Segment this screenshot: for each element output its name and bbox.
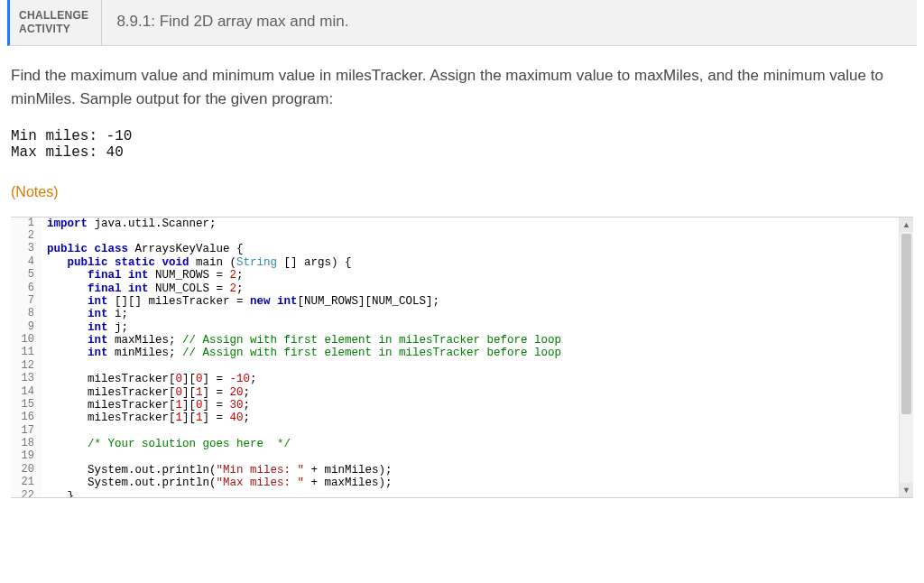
line-number: 16 — [11, 412, 42, 424]
sample-output: Min miles: -10 Max miles: 40 — [11, 128, 913, 161]
code-line: 15 milesTracker[1][0] = 30; — [11, 399, 899, 412]
code-cell[interactable]: System.out.println("Min miles: " + minMi… — [42, 464, 899, 477]
line-number: 5 — [11, 269, 42, 282]
code-line: 20 System.out.println("Min miles: " + mi… — [11, 464, 899, 477]
line-number: 18 — [11, 438, 42, 450]
code-line: 22 } — [11, 490, 899, 497]
code-cell[interactable]: /* Your solution goes here */ — [42, 438, 899, 450]
code-cell[interactable]: final int NUM_COLS = 2; — [42, 282, 899, 295]
line-number: 6 — [11, 282, 42, 295]
code-line: 18 /* Your solution goes here */ — [11, 438, 899, 450]
code-line: 7 int [][] milesTracker = new int[NUM_RO… — [11, 295, 899, 308]
scroll-up-button[interactable]: ▲ — [900, 217, 913, 232]
code-cell[interactable]: import java.util.Scanner; — [42, 217, 899, 230]
line-number: 19 — [11, 450, 42, 463]
line-number: 11 — [11, 347, 42, 359]
scroll-down-button[interactable]: ▼ — [900, 483, 913, 497]
challenge-header: CHALLENGE ACTIVITY 8.9.1: Find 2D array … — [7, 0, 917, 46]
code-line: 4 public static void main (String [] arg… — [11, 256, 899, 269]
code-line: 6 final int NUM_COLS = 2; — [11, 282, 899, 295]
code-line: 3public class ArraysKeyValue { — [11, 243, 899, 255]
code-line: 8 int i; — [11, 308, 899, 320]
line-number: 9 — [11, 321, 42, 334]
code-line: 5 final int NUM_ROWS = 2; — [11, 269, 899, 282]
code-line: 11 int minMiles; // Assign with first el… — [11, 347, 899, 359]
code-line: 1import java.util.Scanner; — [11, 217, 899, 230]
line-number: 8 — [11, 308, 42, 320]
scrollbar[interactable]: ▲ ▼ — [899, 217, 913, 497]
code-line: 9 int j; — [11, 321, 899, 334]
code-cell[interactable]: milesTracker[1][1] = 40; — [42, 412, 899, 424]
code-cell[interactable]: int [][] milesTracker = new int[NUM_ROWS… — [42, 295, 899, 308]
line-number: 17 — [11, 425, 42, 438]
line-number: 15 — [11, 399, 42, 412]
code-line: 13 milesTracker[0][0] = -10; — [11, 373, 899, 385]
code-cell[interactable]: System.out.println("Max miles: " + maxMi… — [42, 477, 899, 489]
code-cell[interactable]: public class ArraysKeyValue { — [42, 243, 899, 255]
code-line: 17 — [11, 425, 899, 438]
line-number: 3 — [11, 243, 42, 255]
challenge-label: CHALLENGE ACTIVITY — [10, 0, 101, 45]
code-cell[interactable] — [42, 230, 899, 243]
code-cell[interactable]: final int NUM_ROWS = 2; — [42, 269, 899, 282]
line-number: 10 — [11, 334, 42, 347]
challenge-label-line2: ACTIVITY — [19, 23, 88, 36]
code-line: 2 — [11, 230, 899, 243]
code-cell[interactable]: int i; — [42, 308, 899, 320]
line-number: 13 — [11, 373, 42, 385]
code-line: 14 milesTracker[0][1] = 20; — [11, 386, 899, 399]
line-number: 4 — [11, 256, 42, 269]
scroll-thumb[interactable] — [901, 234, 911, 414]
line-number: 21 — [11, 477, 42, 489]
code-cell[interactable]: int maxMiles; // Assign with first eleme… — [42, 334, 899, 347]
challenge-title: 8.9.1: Find 2D array max and min. — [102, 0, 363, 45]
code-cell[interactable]: public static void main (String [] args)… — [42, 256, 899, 269]
line-number: 14 — [11, 386, 42, 399]
code-line: 19 — [11, 450, 899, 463]
code-line: 16 milesTracker[1][1] = 40; — [11, 412, 899, 424]
line-number: 20 — [11, 464, 42, 477]
code-editor[interactable]: 1import java.util.Scanner;2 3public clas… — [11, 217, 913, 498]
code-line: 21 System.out.println("Max miles: " + ma… — [11, 477, 899, 489]
code-cell[interactable] — [42, 450, 899, 463]
code-cell[interactable]: milesTracker[0][0] = -10; — [42, 373, 899, 385]
code-cell[interactable] — [42, 425, 899, 438]
problem-statement: Find the maximum value and minimum value… — [11, 64, 913, 112]
code-cell[interactable]: milesTracker[0][1] = 20; — [42, 386, 899, 399]
code-cell[interactable]: int minMiles; // Assign with first eleme… — [42, 347, 899, 359]
line-number: 7 — [11, 295, 42, 308]
notes-link[interactable]: (Notes) — [11, 184, 913, 200]
code-table: 1import java.util.Scanner;2 3public clas… — [11, 217, 899, 497]
code-line: 12 — [11, 360, 899, 373]
code-cell[interactable]: milesTracker[1][0] = 30; — [42, 399, 899, 412]
line-number: 1 — [11, 217, 42, 230]
line-number: 22 — [11, 490, 42, 497]
line-number: 2 — [11, 230, 42, 243]
challenge-label-line1: CHALLENGE — [19, 9, 88, 23]
code-cell[interactable]: } — [42, 490, 899, 497]
code-line: 10 int maxMiles; // Assign with first el… — [11, 334, 899, 347]
code-cell[interactable] — [42, 360, 899, 373]
code-cell[interactable]: int j; — [42, 321, 899, 334]
line-number: 12 — [11, 360, 42, 373]
